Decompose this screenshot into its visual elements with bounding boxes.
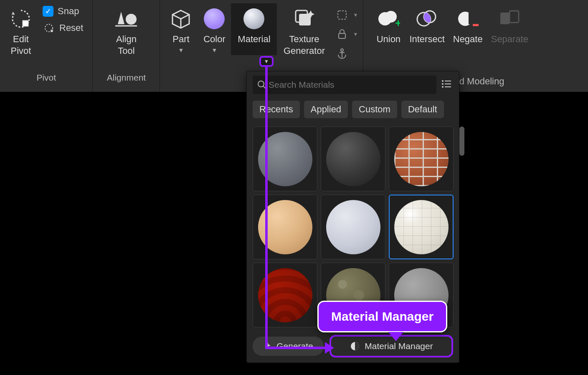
checkbox-checked-icon: ✓: [43, 6, 53, 17]
texture-generator-button[interactable]: Texture Generator: [277, 3, 331, 59]
anchor-icon: [336, 48, 348, 59]
snap-label: Snap: [58, 6, 79, 17]
svg-rect-8: [339, 33, 345, 38]
align-icon: [114, 6, 139, 32]
material-manager-label: Material Manager: [365, 341, 433, 351]
material-button[interactable]: Material: [231, 3, 277, 55]
intersect-button[interactable]: Intersect: [405, 3, 449, 48]
negate-label: Negate: [453, 33, 483, 45]
group-alignment: Align Tool Alignment: [93, 0, 160, 92]
union-label: Union: [377, 33, 400, 45]
texture-label: Texture Generator: [284, 33, 325, 56]
reset-label: Reset: [59, 23, 83, 33]
separate-button[interactable]: Separate: [487, 3, 532, 48]
group-pivot: Edit Pivot ✓ Snap Reset Pi: [0, 0, 93, 92]
svg-point-25: [442, 83, 444, 85]
color-label: Color: [203, 33, 226, 45]
svg-point-2: [51, 30, 53, 32]
selection-icon: [336, 9, 348, 21]
arrow-head-icon: [325, 342, 334, 354]
snap-toggle[interactable]: ✓ Snap: [43, 6, 83, 17]
svg-rect-7: [338, 11, 346, 19]
material-ball-icon: [394, 132, 449, 186]
tab-custom[interactable]: Custom: [352, 101, 397, 118]
svg-rect-5: [299, 14, 311, 25]
part-button[interactable]: Part ▼: [164, 3, 198, 56]
group-alignment-label: Alignment: [107, 73, 146, 83]
chevron-down-icon[interactable]: ▼: [212, 47, 218, 53]
material-swatch-wood[interactable]: [253, 195, 317, 259]
reset-icon: [43, 22, 55, 34]
material-swatch-brick[interactable]: [389, 127, 454, 191]
svg-point-21: [258, 81, 264, 87]
union-button[interactable]: + Union: [372, 3, 405, 48]
group-solid-modeling-label: lid Modeling: [455, 76, 504, 87]
separate-icon: [498, 6, 521, 32]
material-label: Material: [238, 33, 270, 45]
anchor-button[interactable]: [336, 48, 358, 59]
material-swatch-basalt[interactable]: [321, 127, 385, 191]
callout-tail-icon: [388, 332, 403, 341]
material-swatch-ceramic-tiles[interactable]: [389, 195, 454, 259]
intersect-icon: [416, 6, 439, 32]
svg-text:+: +: [395, 17, 400, 29]
material-grid: [247, 121, 459, 327]
align-tool-label: Align Tool: [116, 33, 137, 56]
negate-button[interactable]: Negate: [449, 3, 487, 48]
material-ball-icon: [394, 200, 449, 254]
material-swatch-clay-roof-tiles[interactable]: [253, 263, 317, 327]
material-ball-icon: [326, 132, 380, 186]
svg-rect-20: [509, 11, 519, 23]
group-selection-button[interactable]: ▼: [336, 9, 358, 21]
svg-point-23: [442, 80, 444, 82]
cube-icon: [170, 6, 192, 32]
material-swatch-carpet[interactable]: [321, 195, 385, 259]
chevron-down-icon[interactable]: ▼: [178, 47, 184, 53]
chevron-down-icon: ▼: [353, 31, 358, 37]
separate-label: Separate: [491, 33, 528, 45]
material-dropdown-arrow[interactable]: ▼: [259, 56, 274, 67]
part-label: Part: [172, 33, 189, 45]
edit-pivot-button[interactable]: Edit Pivot: [4, 3, 38, 59]
chevron-down-icon: ▼: [353, 12, 358, 18]
lock-button[interactable]: ▼: [336, 28, 358, 40]
generate-button[interactable]: Generate: [253, 337, 324, 356]
svg-point-9: [341, 49, 343, 51]
material-ball-icon: [326, 200, 380, 254]
svg-rect-0: [23, 20, 28, 26]
svg-rect-19: [500, 13, 509, 24]
material-tabs: Recents Applied Custom Default: [247, 98, 459, 121]
callout-text: Material Manager: [331, 309, 433, 323]
search-materials-input[interactable]: [267, 78, 432, 91]
scrollbar-thumb[interactable]: [459, 127, 464, 156]
material-manager-icon: [350, 341, 360, 352]
negate-icon: [456, 6, 479, 32]
annotation-arrow: [265, 347, 326, 349]
svg-point-3: [126, 14, 137, 25]
view-list-button[interactable]: [441, 78, 453, 91]
reset-pivot-button[interactable]: Reset: [43, 22, 83, 34]
material-swatch-asphalt[interactable]: [253, 127, 317, 191]
lock-icon: [336, 28, 348, 40]
texture-icon: [292, 6, 316, 32]
tab-recents[interactable]: Recents: [253, 101, 300, 118]
union-icon: +: [377, 6, 400, 32]
align-tool-button[interactable]: Align Tool: [97, 3, 155, 59]
search-materials-box[interactable]: [253, 76, 436, 94]
list-icon: [441, 78, 452, 90]
callout-material-manager: Material Manager: [317, 301, 447, 332]
edit-pivot-label: Edit Pivot: [11, 33, 31, 56]
intersect-label: Intersect: [409, 33, 444, 45]
color-swatch-icon: [204, 6, 225, 32]
generate-label: Generate: [276, 341, 313, 351]
sparkle-icon: [263, 342, 272, 351]
svg-point-27: [442, 86, 444, 88]
edit-pivot-icon: [10, 6, 32, 32]
group-pivot-label: Pivot: [36, 73, 56, 83]
material-sphere-icon: [243, 6, 264, 32]
color-button[interactable]: Color ▼: [198, 3, 231, 56]
annotation-arrow: [265, 67, 268, 347]
tab-default[interactable]: Default: [401, 101, 444, 118]
tab-applied[interactable]: Applied: [304, 101, 348, 118]
group-options-icons: ▼ ▼: [331, 3, 363, 65]
